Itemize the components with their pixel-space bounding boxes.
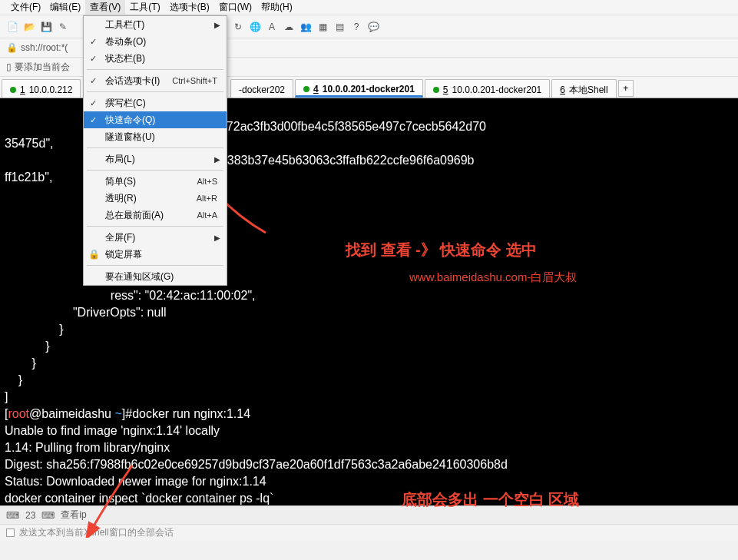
term-line: } [5, 323, 63, 336]
mi-fullscreen[interactable]: 全屏(F)▶ [84, 229, 227, 246]
tab-5[interactable]: 5 10.0.0.201-docker201 [425, 79, 550, 98]
term-out: docker container inspect `docker contain… [5, 492, 273, 505]
tab-label: 10.0.0.212 [29, 84, 73, 95]
tab-label: -docker202 [239, 84, 285, 95]
term-out: Digest: sha256:f7988fb6c02e0ce69257d9bd9… [5, 458, 508, 471]
status-dot-icon [303, 86, 309, 92]
term-line: ress": "02:42:ac:11:00:02", [5, 289, 256, 302]
lock-icon: 🔒 [6, 42, 18, 53]
quick-command-bar: ⌨ 23 ⌨ 查看ip [0, 505, 738, 524]
layout-icon[interactable]: ▤ [333, 21, 346, 33]
menu-window[interactable]: 窗口(W) [214, 0, 256, 15]
term-out: 1.14: Pulling from library/nginx [5, 441, 170, 454]
tab-label: 本地Shell [569, 84, 608, 97]
mi-lock[interactable]: 🔒锁定屏幕 [84, 246, 227, 263]
address-text[interactable]: ssh://root:*( [21, 42, 68, 53]
tab-1[interactable]: 1 10.0.0.212 [2, 79, 81, 98]
terminal-icon: ⌨ [41, 510, 55, 521]
mi-session-tabs[interactable]: ✓会话选项卡(I)Ctrl+Shift+T [84, 72, 227, 89]
new-icon[interactable]: 📄 [6, 21, 18, 33]
tab-index: 5 [443, 84, 448, 95]
menu-tabs[interactable]: 选项卡(B) [165, 0, 214, 15]
mi-statusbar[interactable]: ✓状态栏(B) [84, 50, 227, 67]
menu-separator [87, 226, 223, 227]
send-all-label: 发送文本到当前Xshell窗口的全部会话 [19, 526, 174, 539]
bookmark-icon: ▯ [6, 61, 12, 72]
annotation-1: 找到 查看 -》 快速命令 选中 [346, 240, 537, 260]
prompt: [root@baimeidashu ~]#docker run nginx:1.… [5, 407, 250, 420]
check-icon: ✓ [90, 115, 97, 125]
mi-toolbar[interactable]: 工具栏(T)▶ [84, 16, 227, 33]
lock-icon: 🔒 [88, 249, 100, 260]
menubar: 文件(F) 编辑(E) 查看(V) 工具(T) 选项卡(B) 窗口(W) 帮助(… [0, 0, 738, 15]
submenu-arrow-icon: ▶ [214, 155, 220, 164]
menu-tools[interactable]: 工具(T) [125, 0, 164, 15]
tab-3-partial[interactable]: -docker202 [230, 79, 293, 98]
term-line: "DriverOpts": null [5, 306, 167, 319]
check-icon: ✓ [90, 98, 97, 108]
lookup-ip-button[interactable]: 查看ip [61, 509, 86, 522]
check-icon: ✓ [90, 76, 97, 86]
mi-tunnel[interactable]: 隧道窗格(U) [84, 128, 227, 145]
mi-notify-area[interactable]: 要在通知区域(G) [84, 268, 227, 285]
tab-index: 6 [560, 84, 565, 95]
term-line: ] [5, 390, 8, 403]
menu-view[interactable]: 查看(V) [85, 0, 125, 15]
grid-icon[interactable]: ▦ [316, 21, 329, 33]
submenu-arrow-icon: ▶ [214, 21, 220, 29]
send-all-checkbox[interactable] [6, 529, 15, 537]
help-icon[interactable]: ? [350, 21, 362, 33]
menu-file[interactable]: 文件(F) [6, 0, 45, 15]
term-line: 35475d", [5, 137, 54, 150]
status-dot-icon [433, 87, 439, 93]
add-current-text[interactable]: 要添加当前会 [15, 61, 70, 74]
term-line: kID": "a67a559086d172ac3fb3d00fbe4c5f385… [5, 120, 486, 133]
mi-scrollbar[interactable]: ✓卷动条(O) [84, 33, 227, 50]
menu-separator [87, 170, 223, 171]
edit-icon[interactable]: ✎ [57, 21, 69, 33]
mi-ontop[interactable]: 总在最前面(A)Alt+A [84, 207, 227, 224]
tab-4[interactable]: 4 10.0.0.201-docker201 [295, 79, 423, 98]
check-icon: ✓ [90, 37, 97, 47]
view-menu-dropdown: 工具栏(T)▶ ✓卷动条(O) ✓状态栏(B) ✓会话选项卡(I)Ctrl+Sh… [83, 15, 227, 286]
mi-simple[interactable]: 简单(S)Alt+S [84, 173, 227, 190]
tab-index: 4 [313, 84, 319, 94]
mi-compose[interactable]: ✓撰写栏(C) [84, 94, 227, 111]
menu-separator [87, 147, 223, 148]
status-dot-icon [10, 87, 16, 93]
people-icon[interactable]: 👥 [300, 21, 312, 33]
menu-help[interactable]: 帮助(H) [256, 0, 297, 15]
reload-icon[interactable]: ↻ [232, 21, 244, 33]
open-icon[interactable]: 📂 [23, 21, 35, 33]
term-line: } [5, 340, 50, 353]
globe-icon[interactable]: 🌐 [249, 21, 261, 33]
terminal-icon: ⌨ [6, 510, 19, 521]
term-out: Unable to find image 'nginx:1.14' locall… [5, 424, 220, 437]
term-line: } [5, 356, 36, 369]
term-out: Status: Downloaded newer image for nginx… [5, 475, 266, 488]
menu-separator [87, 265, 223, 266]
tab-label: 10.0.0.201-docker201 [323, 84, 415, 94]
check-icon: ✓ [90, 54, 97, 64]
send-all-row: 发送文本到当前Xshell窗口的全部会话 [0, 524, 738, 541]
cloud-icon[interactable]: ☁ [283, 21, 295, 33]
annotation-watermark: www.baimeidashu.com-白眉大叔 [409, 270, 577, 285]
term-line: ntID": "47f4d65b6d72383b37e45b63063c3ffa… [5, 154, 475, 167]
font-icon[interactable]: A [266, 21, 278, 33]
annotation-2: 底部会多出 一个空白 区域 [402, 489, 579, 510]
new-tab-button[interactable]: + [618, 80, 634, 97]
menu-separator [87, 69, 223, 70]
tab-6[interactable]: 6 本地Shell [551, 79, 616, 98]
term-line: ff1c21b", [5, 171, 52, 184]
tab-index: 1 [20, 84, 25, 95]
save-icon[interactable]: 💾 [40, 21, 52, 33]
mi-transparent[interactable]: 透明(R)Alt+R [84, 190, 227, 207]
mi-quick-command[interactable]: ✓快速命令(Q) [84, 111, 227, 128]
mi-layout[interactable]: 布局(L)▶ [84, 151, 227, 167]
chat-icon[interactable]: 💬 [367, 21, 379, 33]
menu-separator [87, 91, 223, 92]
tab-label: 10.0.0.201-docker201 [452, 84, 542, 95]
status-num: 23 [25, 510, 35, 521]
submenu-arrow-icon: ▶ [214, 234, 220, 242]
menu-edit[interactable]: 编辑(E) [45, 0, 85, 15]
